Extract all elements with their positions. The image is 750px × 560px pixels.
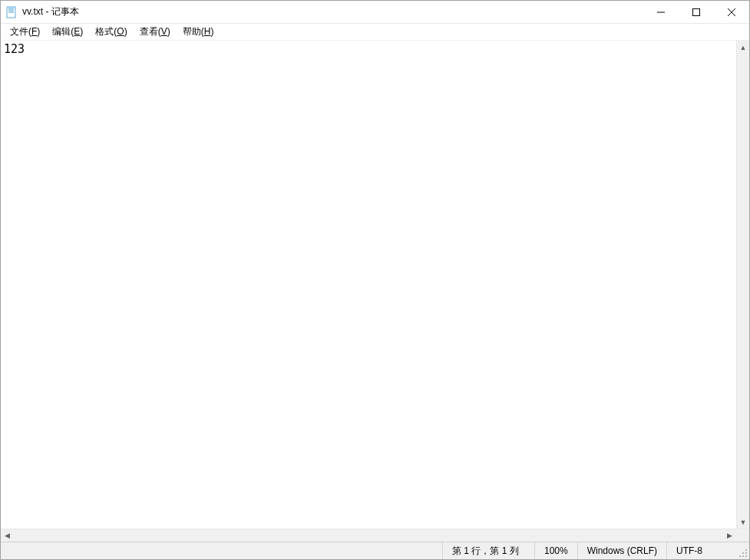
scroll-left-icon[interactable]: ◀ — [1, 529, 14, 542]
window-title: vv.txt - 记事本 — [22, 5, 643, 18]
svg-point-14 — [745, 555, 747, 557]
menu-edit[interactable]: 编辑(E) — [46, 24, 89, 40]
titlebar: vv.txt - 记事本 — [1, 1, 749, 24]
menu-file[interactable]: 文件(F) — [4, 24, 46, 40]
scroll-right-icon[interactable]: ▶ — [723, 529, 736, 542]
maximize-button[interactable] — [679, 1, 714, 23]
svg-rect-4 — [7, 7, 15, 8]
status-encoding: UTF-8 — [667, 542, 736, 559]
horizontal-scrollbar[interactable]: ◀ ▶ — [1, 529, 749, 542]
editor-wrap: ▲ ▼ — [1, 41, 749, 529]
svg-point-11 — [745, 552, 747, 554]
menubar: 文件(F) 编辑(E) 格式(O) 查看(V) 帮助(H) — [1, 24, 749, 41]
svg-point-13 — [742, 555, 744, 557]
status-spacer — [1, 542, 443, 559]
status-cursor-position: 第 1 行，第 1 列 — [443, 542, 535, 559]
menu-help[interactable]: 帮助(H) — [177, 24, 220, 40]
minimize-button[interactable] — [643, 1, 679, 23]
menu-view[interactable]: 查看(V) — [134, 24, 177, 40]
resize-grip[interactable] — [736, 542, 749, 559]
svg-point-10 — [742, 552, 744, 554]
vscroll-track[interactable] — [737, 54, 749, 516]
status-line-ending: Windows (CRLF) — [578, 542, 667, 559]
svg-rect-6 — [693, 8, 700, 15]
svg-point-12 — [739, 555, 741, 557]
status-zoom: 100% — [535, 542, 578, 559]
statusbar: 第 1 行，第 1 列 100% Windows (CRLF) UTF-8 — [1, 542, 749, 559]
menu-format[interactable]: 格式(O) — [89, 24, 133, 40]
svg-point-9 — [745, 549, 747, 551]
editor-container: ▲ ▼ ◀ ▶ — [1, 41, 749, 542]
window-controls — [643, 1, 749, 23]
close-button[interactable] — [714, 1, 749, 23]
notepad-icon — [5, 6, 18, 18]
scroll-down-icon[interactable]: ▼ — [737, 516, 749, 529]
scroll-up-icon[interactable]: ▲ — [737, 41, 749, 54]
text-editor[interactable] — [1, 41, 736, 529]
scroll-corner — [736, 529, 749, 542]
hscroll-track[interactable] — [14, 529, 723, 542]
vertical-scrollbar[interactable]: ▲ ▼ — [736, 41, 749, 529]
